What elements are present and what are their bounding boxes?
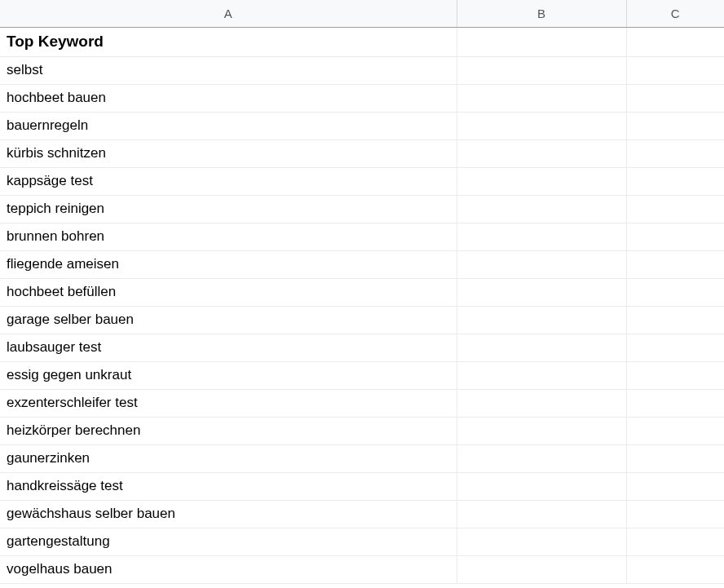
cell[interactable] [457,223,626,251]
table-row: gartengestaltung [0,528,724,556]
cell[interactable]: handkreissäge test [0,473,457,501]
table-row: teppich reinigen [0,196,724,223]
table-row: garage selber bauen [0,307,724,334]
cell[interactable] [626,140,724,168]
table-row: Top Keyword [0,28,724,57]
cell[interactable]: hochbeet bauen [0,85,457,113]
cell[interactable] [457,57,626,85]
table-row: gaunerzinken [0,445,724,473]
cell[interactable] [626,501,724,528]
cell[interactable]: exzenterschleifer test [0,390,457,418]
column-header-row: A B C [0,0,724,28]
spreadsheet-body: Top Keyword selbst hochbeet bauen bauern… [0,28,724,584]
table-row: vogelhaus bauen [0,556,724,584]
cell[interactable] [457,418,626,445]
cell[interactable] [457,279,626,307]
cell[interactable] [457,334,626,362]
column-header-b[interactable]: B [457,0,626,28]
cell[interactable]: gewächshaus selber bauen [0,501,457,528]
table-row: bauernregeln [0,113,724,140]
cell[interactable]: kürbis schnitzen [0,140,457,168]
cell-header[interactable]: Top Keyword [0,28,457,57]
cell[interactable] [457,28,626,57]
cell[interactable] [626,556,724,584]
table-row: gewächshaus selber bauen [0,501,724,528]
cell[interactable] [457,196,626,223]
cell[interactable]: essig gegen unkraut [0,362,457,390]
cell[interactable]: fliegende ameisen [0,251,457,279]
cell[interactable] [626,57,724,85]
cell[interactable] [626,334,724,362]
cell[interactable] [626,473,724,501]
cell[interactable] [457,85,626,113]
cell[interactable] [626,528,724,556]
cell[interactable] [457,390,626,418]
cell[interactable]: brunnen bohren [0,223,457,251]
table-row: kappsäge test [0,168,724,196]
cell[interactable] [457,140,626,168]
table-row: handkreissäge test [0,473,724,501]
cell[interactable] [626,418,724,445]
cell[interactable]: hochbeet befüllen [0,279,457,307]
cell[interactable] [457,528,626,556]
table-row: exzenterschleifer test [0,390,724,418]
table-row: selbst [0,57,724,85]
cell[interactable] [457,251,626,279]
cell[interactable] [457,445,626,473]
cell[interactable]: laubsauger test [0,334,457,362]
table-row: hochbeet befüllen [0,279,724,307]
cell[interactable] [626,362,724,390]
cell[interactable] [626,196,724,223]
cell[interactable]: gartengestaltung [0,528,457,556]
cell[interactable] [457,307,626,334]
cell[interactable]: teppich reinigen [0,196,457,223]
cell[interactable]: gaunerzinken [0,445,457,473]
table-row: heizkörper berechnen [0,418,724,445]
cell[interactable]: kappsäge test [0,168,457,196]
cell[interactable] [626,28,724,57]
cell[interactable] [626,223,724,251]
table-row: fliegende ameisen [0,251,724,279]
cell[interactable]: selbst [0,57,457,85]
cell[interactable] [626,85,724,113]
cell[interactable]: vogelhaus bauen [0,556,457,584]
cell[interactable] [457,501,626,528]
cell[interactable]: garage selber bauen [0,307,457,334]
table-row: brunnen bohren [0,223,724,251]
column-header-c[interactable]: C [626,0,724,28]
table-row: kürbis schnitzen [0,140,724,168]
column-header-a[interactable]: A [0,0,457,28]
cell[interactable]: bauernregeln [0,113,457,140]
cell[interactable] [626,390,724,418]
table-row: hochbeet bauen [0,85,724,113]
table-row: laubsauger test [0,334,724,362]
cell[interactable] [626,251,724,279]
cell[interactable] [457,556,626,584]
cell[interactable] [626,279,724,307]
cell[interactable] [626,307,724,334]
spreadsheet-grid: A B C Top Keyword selbst hochbeet bauen … [0,0,724,584]
cell[interactable] [457,168,626,196]
cell[interactable] [626,445,724,473]
cell[interactable] [626,113,724,140]
cell[interactable] [457,113,626,140]
cell[interactable] [626,168,724,196]
cell[interactable]: heizkörper berechnen [0,418,457,445]
cell[interactable] [457,362,626,390]
cell[interactable] [457,473,626,501]
table-row: essig gegen unkraut [0,362,724,390]
